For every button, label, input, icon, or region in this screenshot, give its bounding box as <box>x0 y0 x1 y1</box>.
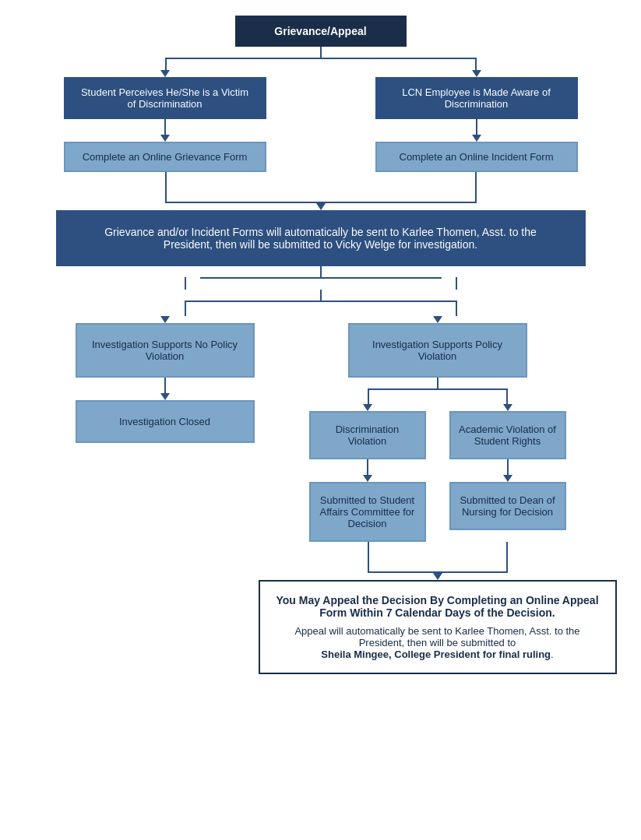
discrimination-label: Discrimination Violation <box>336 424 400 447</box>
merge-top <box>56 172 586 203</box>
arrowhead-discrim <box>363 404 372 411</box>
top-box: Grievance/Appeal <box>235 16 407 47</box>
auto-send-label: Grievance and/or Incident Forms will aut… <box>104 226 537 251</box>
arrow-down-right1 <box>472 70 481 77</box>
right-branch1-label: LCN Employee is Made Aware of Discrimina… <box>402 86 551 110</box>
arrowhead-left1 <box>160 135 170 142</box>
arrow-down-left1 <box>160 70 170 77</box>
right-branch1-box: LCN Employee is Made Aware of Discrimina… <box>375 77 578 119</box>
arrowhead-dean <box>503 475 512 482</box>
academic-box: Academic Violation of Student Rights <box>449 411 566 459</box>
top-label: Grievance/Appeal <box>274 25 366 37</box>
arrowhead-policy-viol <box>433 316 442 323</box>
arrow-discrim <box>367 459 368 475</box>
left-form-box: Complete an Online Grievance Form <box>64 142 266 172</box>
policy-violation-col: Investigation Supports Policy Violation … <box>290 316 586 674</box>
right-form-label: Complete an Online Incident Form <box>400 151 554 163</box>
appeal-box: You May Appeal the Decision By Completin… <box>259 580 617 674</box>
left-form-label: Complete an Online Grievance Form <box>83 151 248 163</box>
arrow-academic <box>507 459 509 475</box>
policy-violation-box: Investigation Supports Policy Violation <box>348 323 527 378</box>
dean-nursing-label: Submitted to Dean of Nursing for Decisio… <box>460 494 555 518</box>
appeal-normal-text: Appeal will automatically be sent to Kar… <box>294 625 579 648</box>
no-violation-label: Investigation Supports No Policy Violati… <box>92 339 238 362</box>
appeal-final-bold: Sheila Mingee, College President for fin… <box>321 648 551 660</box>
left-col: Student Perceives He/She is a Victim of … <box>56 70 274 172</box>
closed-box: Investigation Closed <box>76 400 255 443</box>
arrow-left1 <box>164 119 166 135</box>
no-violation-col: Investigation Supports No Policy Violati… <box>56 316 274 443</box>
student-committee-box: Submitted to Student Affairs Committee f… <box>309 482 426 542</box>
flowchart: Grievance/Appeal Student Perceives He/Sh… <box>16 16 625 674</box>
arrowhead-academic <box>503 404 512 411</box>
right-form-box: Complete an Online Incident Form <box>375 142 578 172</box>
academic-label: Academic Violation of Student Rights <box>459 424 556 447</box>
right-col: LCN Employee is Made Aware of Discrimina… <box>368 70 586 172</box>
top-fork-connector <box>95 47 547 70</box>
arrowhead-student-comm <box>363 475 372 482</box>
auto-send-box: Grievance and/or Incident Forms will aut… <box>56 210 586 266</box>
student-committee-label: Submitted to Student Affairs Committee f… <box>320 494 415 529</box>
merge-arrowhead <box>316 203 326 210</box>
sub-merge <box>305 542 570 573</box>
arrowhead-closed <box>160 393 170 400</box>
dean-nursing-box: Submitted to Dean of Nursing for Decisio… <box>449 482 566 530</box>
no-violation-box: Investigation Supports No Policy Violati… <box>76 323 255 378</box>
arrowhead-appeal <box>433 573 442 580</box>
appeal-bold-text: You May Appeal the Decision By Completin… <box>276 594 600 619</box>
closed-label: Investigation Closed <box>119 416 210 427</box>
arrowhead-right1 <box>472 135 481 142</box>
discrimination-box: Discrimination Violation <box>309 411 426 459</box>
fork-connector: .fork-line-custom::before { content:''; … <box>95 266 547 290</box>
left-branch1-label: Student Perceives He/She is a Victim of … <box>81 86 248 110</box>
appeal-period: . <box>551 648 554 660</box>
academic-col: Academic Violation of Student Rights Sub… <box>446 404 570 530</box>
arrow-no-viol <box>164 378 166 393</box>
policy-violation-label: Investigation Supports Policy Violation <box>372 339 502 362</box>
arrow-right1 <box>476 119 477 135</box>
sub-fork <box>305 378 570 404</box>
arrowhead-no-viol <box>160 316 170 323</box>
left-branch1-box: Student Perceives He/She is a Victim of … <box>64 77 266 119</box>
discrimination-col: Discrimination Violation Submitted to St… <box>305 404 430 542</box>
main-fork <box>95 290 547 316</box>
